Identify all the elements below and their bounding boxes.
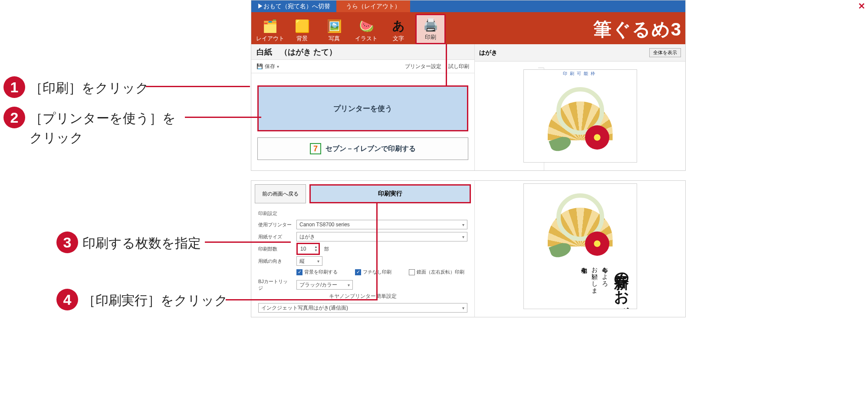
background-icon: 🟨 [292, 17, 312, 35]
label-paper-size: 用紙サイズ [258, 234, 292, 240]
greeting-sub2: お願いしま [591, 263, 598, 309]
chevron-down-icon: ▾ [277, 64, 279, 69]
label-bj-cartridge: BJカートリッジ [258, 278, 292, 291]
screenshot-panel-1: ▶おもて（宛て名）へ切替 うら（レイアウト） 🗂️ レイアウト 🟨 背景 🖼️ … [251, 0, 686, 171]
chevron-down-icon: ▾ [462, 235, 464, 239]
step-3-text: 印刷する枚数を指定 [82, 232, 201, 253]
tool-print[interactable]: 🖨️ 印刷 [415, 14, 446, 44]
hagaki-preview: 印刷可能枠 新春のお慶 [523, 69, 637, 163]
step-2-text: ［プリンターを使う］を クリック [30, 107, 176, 147]
step-1-text: ［印刷］をクリック [30, 76, 149, 98]
paper-title: 白紙 （はがき たて） [256, 47, 337, 57]
greeting-main: 新春のお慶びを申し上げ [612, 263, 631, 309]
illust-icon: 🍉 [356, 17, 377, 35]
step-1-vline [446, 44, 447, 85]
preview-column-2: 令和七年 お願いしま 今年もよろ 新春のお慶びを申し上げ [474, 181, 685, 317]
tool-photo[interactable]: 🖼️ 写真 [319, 14, 349, 44]
copies-unit: 部 [324, 246, 329, 252]
step-4-vline [376, 202, 378, 300]
under-bar: 💾 保存 ▾ プリンター設定 試し印刷 [251, 60, 474, 73]
step-1: 1 ［印刷］をクリック [3, 76, 149, 98]
save-button[interactable]: 💾 保存 ▾ [256, 63, 279, 70]
step-2-num: 2 [3, 107, 25, 128]
fit-view-button[interactable]: 全体を表示 [649, 48, 681, 57]
checkbox-print-bg[interactable]: ✓ 背景を印刷する [296, 269, 338, 275]
printer-settings-button[interactable]: プリンター設定 [405, 63, 441, 70]
mode-tabs: ▶おもて（宛て名）へ切替 うら（レイアウト） [251, 0, 685, 12]
select-bj-cartridge[interactable]: ブラック/カラー▾ [296, 280, 353, 290]
step-3: 3 印刷する枚数を指定 [56, 232, 201, 253]
preview-title: はがき [479, 49, 497, 57]
newyear-art [543, 186, 617, 260]
greeting-sub3: 令和七年 [580, 263, 588, 309]
execute-print-button[interactable]: 印刷実行 [309, 184, 471, 203]
hagaki-preview-2: 令和七年 お願いしま 今年もよろ 新春のお慶びを申し上げ [523, 183, 637, 309]
step-2: 2 ［プリンターを使う］を クリック [3, 107, 176, 147]
print-choice-area: プリンターを使う 7 セブン－イレブンで印刷する [251, 73, 474, 170]
seven-eleven-button[interactable]: 7 セブン－イレブンで印刷する [257, 137, 468, 160]
screenshot-panel-2: 前の画面へ戻る 印刷実行 印刷設定 使用プリンター Canon TS8700 s… [251, 180, 686, 317]
select-paper-size[interactable]: はがき▾ [296, 232, 467, 241]
select-orientation[interactable]: 縦▾ [296, 256, 322, 266]
printable-banner: 印刷可能枠 [524, 70, 637, 78]
photo-icon: 🖼️ [324, 17, 345, 35]
select-media-type[interactable]: インクジェット写真用はがき(通信面)▾ [258, 303, 467, 313]
step-4-num: 4 [56, 289, 78, 310]
tool-illust[interactable]: 🍉 イラスト [351, 14, 381, 44]
greeting-main: 新春のお慶 [612, 157, 631, 163]
copies-spinner[interactable]: 10 ▲▼ [296, 243, 320, 255]
checkbox-icon [409, 269, 415, 275]
step-4-line [226, 299, 378, 300]
camellia-icon [585, 125, 609, 150]
tool-layout[interactable]: 🗂️ レイアウト [255, 14, 285, 44]
save-icon: 💾 [256, 63, 263, 69]
tool-text[interactable]: あ 文字 [383, 14, 414, 44]
select-printer[interactable]: Canon TS8700 series▾ [296, 220, 467, 229]
tab-omote[interactable]: ▶おもて（宛て名）へ切替 [251, 0, 336, 12]
back-button[interactable]: 前の画面へ戻る [255, 184, 306, 203]
section-header-left: 白紙 （はがき たて） [251, 44, 474, 60]
step-4: 4 ［印刷実行］をクリック [56, 289, 228, 310]
step-1-num: 1 [3, 76, 25, 98]
checkbox-mirror[interactable]: 鏡面（左右反転）印刷 [409, 269, 464, 275]
group-print-settings: 印刷設定 [258, 210, 467, 217]
text-icon: あ [388, 17, 409, 35]
tab-ura[interactable]: うら（レイアウト） [336, 0, 410, 12]
step-3-num: 3 [56, 232, 78, 253]
newyear-art [543, 80, 617, 154]
close-icon[interactable]: ✕ [858, 1, 865, 11]
seven-eleven-icon: 7 [310, 143, 321, 154]
chevron-down-icon: ▾ [462, 306, 464, 310]
main-toolbar: 🗂️ レイアウト 🟨 背景 🖼️ 写真 🍉 イラスト あ 文字 🖨️ 印刷 筆ぐ… [251, 12, 685, 44]
chevron-down-icon: ▾ [462, 222, 464, 227]
step-1-line [146, 86, 250, 87]
test-print-button[interactable]: 試し印刷 [448, 63, 469, 70]
step-4-text: ［印刷実行］をクリック [82, 289, 228, 310]
checkbox-icon: ✓ [355, 269, 361, 275]
spinner-arrows-icon: ▲▼ [314, 245, 318, 252]
print-icon: 🖨️ [420, 16, 441, 33]
label-copies: 印刷部数 [258, 246, 292, 252]
step-3-line [205, 241, 291, 243]
label-printer: 使用プリンター [258, 222, 292, 228]
chevron-down-icon: ▾ [348, 283, 350, 287]
checkbox-icon: ✓ [296, 269, 302, 275]
step-2-line [185, 117, 261, 118]
preview-column: はがき 全体を表示 印刷可能枠 新春のお慶 [474, 44, 685, 170]
label-orientation: 用紙の向き [258, 258, 292, 264]
greeting-sub1: 今年もよろ [601, 263, 609, 309]
brand-title: 筆ぐるめ3 [593, 17, 682, 42]
camellia-icon [585, 232, 609, 256]
use-printer-button[interactable]: プリンターを使う [257, 85, 468, 131]
tool-background[interactable]: 🟨 背景 [287, 14, 317, 44]
layout-icon: 🗂️ [260, 17, 280, 35]
checkbox-borderless[interactable]: ✓ フチなし印刷 [355, 269, 391, 275]
chevron-down-icon: ▾ [317, 259, 319, 264]
